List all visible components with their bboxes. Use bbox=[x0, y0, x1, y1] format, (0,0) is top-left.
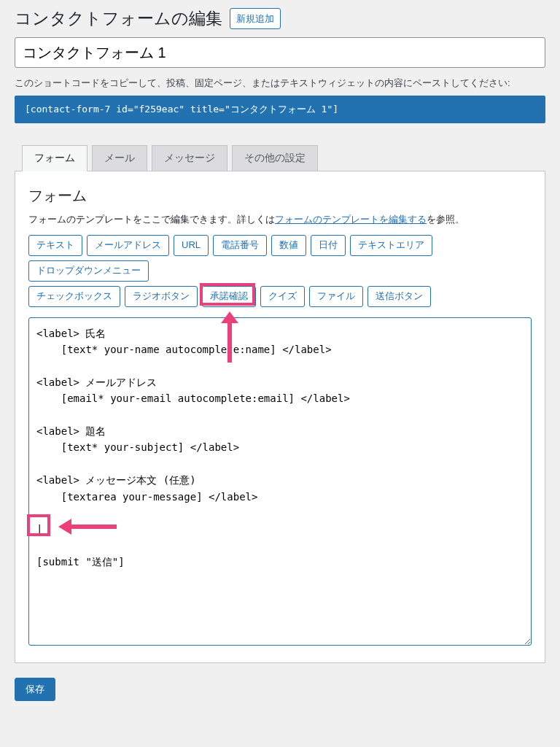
tag-buttons-row1: テキスト メールアドレス URL 電話番号 数値 日付 テキストエリア ドロップ… bbox=[28, 235, 532, 282]
tab-additional[interactable]: その他の設定 bbox=[232, 145, 318, 171]
shortcode-help-text: このショートコードをコピーして、投稿、固定ページ、またはテキストウィジェットの内… bbox=[15, 77, 545, 90]
form-panel: フォーム フォームのテンプレートをここで編集できます。詳しくはフォームのテンプレ… bbox=[15, 171, 545, 663]
tab-messages[interactable]: メッセージ bbox=[152, 145, 228, 171]
shortcode-display[interactable]: [contact-form-7 id="f259eac" title="コンタク… bbox=[15, 96, 545, 123]
tag-text[interactable]: テキスト bbox=[28, 235, 82, 256]
tag-checkbox[interactable]: チェックボックス bbox=[28, 286, 120, 307]
tab-form[interactable]: フォーム bbox=[22, 145, 88, 171]
page-title: コンタクトフォームの編集 bbox=[15, 7, 222, 30]
tag-date[interactable]: 日付 bbox=[311, 235, 346, 256]
panel-heading: フォーム bbox=[28, 186, 532, 206]
save-button[interactable]: 保存 bbox=[15, 678, 55, 701]
tabs-nav: フォーム メール メッセージ その他の設定 bbox=[15, 145, 545, 171]
tag-buttons-row2: チェックボックス ラジオボタン 承諾確認 クイズ ファイル 送信ボタン bbox=[28, 286, 532, 307]
tag-quiz[interactable]: クイズ bbox=[260, 286, 305, 307]
tag-tel[interactable]: 電話番号 bbox=[213, 235, 267, 256]
tag-textarea[interactable]: テキストエリア bbox=[350, 235, 432, 256]
tag-acceptance[interactable]: 承諾確認 bbox=[202, 286, 256, 307]
form-title-input[interactable] bbox=[15, 37, 545, 68]
tag-number[interactable]: 数値 bbox=[271, 235, 306, 256]
tag-submit[interactable]: 送信ボタン bbox=[368, 286, 431, 307]
template-doc-link[interactable]: フォームのテンプレートを編集する bbox=[275, 214, 427, 225]
tag-url[interactable]: URL bbox=[174, 235, 209, 256]
panel-description: フォームのテンプレートをここで編集できます。詳しくはフォームのテンプレートを編集… bbox=[28, 213, 532, 226]
tag-file[interactable]: ファイル bbox=[309, 286, 363, 307]
tag-email[interactable]: メールアドレス bbox=[87, 235, 169, 256]
form-template-textarea[interactable] bbox=[28, 317, 532, 646]
tag-dropdown[interactable]: ドロップダウンメニュー bbox=[28, 260, 149, 282]
add-new-button[interactable]: 新規追加 bbox=[230, 8, 281, 30]
tab-mail[interactable]: メール bbox=[92, 145, 147, 171]
tag-radio[interactable]: ラジオボタン bbox=[125, 286, 198, 307]
